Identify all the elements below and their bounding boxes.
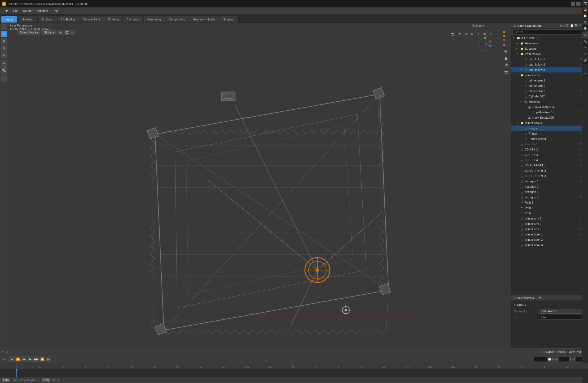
tab-scripting[interactable]: Scripting: [219, 16, 238, 23]
rotate-tool[interactable]: ↻: [1, 38, 7, 44]
tab-sculpting[interactable]: Sculpting: [38, 16, 57, 23]
gizmo-btn[interactable]: ⊕: [469, 31, 475, 37]
prev-keyframe-btn[interactable]: ⏪: [15, 356, 21, 362]
tree-item-modifiers[interactable]: ▼🔧Modifiers: [511, 99, 588, 104]
viewport-canvas[interactable]: [8, 23, 511, 348]
prop-edit-btn[interactable]: ○: [69, 30, 75, 35]
transform-tool[interactable]: ⊞: [1, 51, 7, 58]
tree-item-path-follow-1[interactable]: ⬡path follow 1👁📷: [511, 57, 588, 62]
menu-window[interactable]: Window: [35, 9, 50, 13]
shading-solid-btn[interactable]: ●: [475, 31, 481, 37]
hand-btn[interactable]: ✋: [503, 55, 509, 61]
properties-search-icon[interactable]: 🔍: [539, 296, 542, 299]
sort-icon[interactable]: ↕: [563, 24, 564, 27]
display-as-dropdown[interactable]: Plain Axes ▾: [539, 309, 586, 314]
tree-item-3d-support-2[interactable]: △3D SUPPORT 2👁📷: [511, 168, 588, 173]
jump-start-btn[interactable]: ⏮: [9, 356, 15, 362]
next-frame-btn[interactable]: ▶▶: [33, 356, 39, 362]
timeline-area[interactable]: 0102030405060708090100110120130140150160…: [0, 363, 588, 377]
tree-arrow-hexagons[interactable]: ▶: [516, 42, 520, 45]
tab-animation[interactable]: Animation: [123, 16, 143, 23]
move-tool[interactable]: ⊕: [1, 31, 7, 37]
tree-arrow-path-follow-3[interactable]: ▼: [520, 68, 524, 71]
tab-layout[interactable]: Layout: [1, 16, 17, 23]
frame-indicator[interactable]: ●: [2, 358, 6, 361]
shading-material-btn[interactable]: ◐: [482, 31, 488, 37]
tab-modeling[interactable]: Modeling: [18, 16, 37, 23]
next-keyframe-btn[interactable]: ⏩: [40, 356, 45, 362]
annotate-tool[interactable]: ✏: [1, 60, 7, 67]
jump-end-btn[interactable]: ⏭: [46, 356, 51, 362]
viewport-options[interactable]: Options ▾: [472, 24, 485, 27]
outliner-tree[interactable]: ▼📁3D PRINTER👁📷▶📁Hexagons👁📷▶📁Supports👁📷▼📁…: [511, 35, 588, 295]
tree-item-3d-hex-1[interactable]: △3D HEX 1👁📷: [511, 141, 588, 147]
tree-item-3d-hex-4[interactable]: △3D HEX 4👁📷: [511, 157, 588, 163]
menu-render[interactable]: Render: [21, 9, 35, 13]
prop-tab-world[interactable]: 🌍: [582, 25, 588, 32]
properties-nav-icon[interactable]: ›: [537, 296, 537, 299]
tree-item-printer-hook-1[interactable]: △printer hook 1👁📷: [511, 232, 588, 237]
tree-item-hexagon-4[interactable]: △hexagon 4👁📷: [511, 195, 588, 200]
tab-geometry-nodes[interactable]: Geometry Nodes: [189, 16, 219, 23]
play-btn[interactable]: ▶: [27, 356, 33, 362]
tree-item-path-1[interactable]: 〜Path 1: [511, 200, 588, 205]
restrict-col-icon[interactable]: 🔍: [575, 24, 578, 27]
tab-compositing[interactable]: Compositing: [165, 16, 189, 23]
tree-item-path-2[interactable]: 〜Path 2: [511, 205, 588, 210]
filter-icon[interactable]: ⊞: [559, 24, 562, 27]
prop-tab-physics[interactable]: ⚛: [582, 51, 588, 57]
tree-item-empty[interactable]: ◇Empty: [511, 126, 588, 131]
tree-item-3d-hex-3[interactable]: △3D HEX 3👁📷: [511, 152, 588, 157]
tree-item-printer-arm-1[interactable]: △printer arm 1👁📷: [511, 78, 588, 83]
maximize-button[interactable]: □: [576, 2, 581, 6]
tree-item-printer-hook-2[interactable]: △printer hook 2👁📷: [511, 237, 588, 242]
tree-item-3d-support-3[interactable]: △3D SUPPORT 3👁📷: [511, 173, 588, 179]
cursor-tool[interactable]: ✛: [1, 24, 7, 30]
tab-rendering[interactable]: Rendering: [144, 16, 165, 23]
scene-icon[interactable]: 🎬: [565, 24, 569, 27]
overlay-btn[interactable]: ⊙: [463, 31, 468, 37]
prop-tab-particles[interactable]: ✦: [582, 45, 588, 51]
prop-tab-scene[interactable]: 🎬: [582, 23, 588, 25]
viewport-3d[interactable]: User Perspective (1) 3D PRINTER | path f…: [8, 23, 511, 348]
tree-item-hexagons[interactable]: ▶📁Hexagons👁📷: [511, 41, 588, 46]
prop-tab-material[interactable]: ●: [582, 70, 588, 76]
tree-arrow-printer-arms[interactable]: ▼: [516, 74, 520, 76]
tree-item-printer-hooks[interactable]: ▼📁printer hooks👁📷: [511, 120, 588, 126]
tree-item-path-follow-2[interactable]: ⬡path follow 2👁📷: [511, 62, 588, 67]
tree-item-hexagon-1[interactable]: △hexagon 1👁📷: [511, 179, 588, 184]
current-frame-input[interactable]: 1: [534, 357, 547, 362]
prop-tab-object[interactable]: ◆: [582, 32, 588, 38]
scale-tool[interactable]: ⤡: [1, 45, 7, 51]
tree-item-cylinder-012[interactable]: △Cylinder.012👁📷: [511, 94, 588, 99]
tree-item-path-follow-3[interactable]: ▼⬡path follow 3👁📷: [511, 67, 588, 72]
view-btn[interactable]: 👁: [456, 31, 462, 37]
snap-btn[interactable]: 🧲: [64, 30, 69, 35]
empty-section-toggle[interactable]: ▼ Empty: [514, 302, 586, 308]
tree-item-printer-hook-3[interactable]: △printer hook 3👁📷: [511, 242, 588, 248]
tree-arrow-path-follows[interactable]: ▼: [516, 53, 520, 55]
measure-tool[interactable]: 📏: [1, 67, 7, 74]
tree-item-path-3[interactable]: 〜Path 3: [511, 210, 588, 216]
tree-arrow-supports[interactable]: ▶: [516, 47, 520, 50]
playback-menu[interactable]: Playback: [543, 350, 555, 353]
tree-item-3d-printer[interactable]: ▼📁3D PRINTER👁📷: [511, 35, 588, 41]
tree-item-3d-support-1[interactable]: △3D SUPPORT 1👁📷: [511, 163, 588, 168]
zoom-btn[interactable]: 🔎: [503, 62, 509, 68]
tree-item-3d-hex-2[interactable]: △3D HEX 2👁📷: [511, 147, 588, 152]
tab-uv-editing[interactable]: UV Editing: [58, 16, 79, 23]
visibility-icon[interactable]: 👁: [579, 24, 582, 27]
prev-frame-btn[interactable]: ◀: [21, 356, 27, 362]
search-btn[interactable]: 🔍: [503, 49, 509, 55]
menu-edit[interactable]: Edit: [11, 9, 20, 13]
tree-item-hook-empty-004[interactable]: ⚓Hook-Empty.004: [511, 104, 588, 110]
tree-item-printer[interactable]: △Printer👁📷: [511, 131, 588, 136]
viewport-shading[interactable]: Global ▾: [42, 30, 57, 35]
tree-item-printer-arm-2[interactable]: △printer arm 2👁📷: [511, 83, 588, 88]
tree-item-hook-empty-005[interactable]: ⚓Hook-Empty.005: [511, 115, 588, 120]
minimize-button[interactable]: ─: [571, 2, 575, 6]
tree-item-printer-arm-2b[interactable]: △printer arm 2👁📷: [511, 221, 588, 226]
search-input[interactable]: [513, 29, 586, 34]
view-layer-icon[interactable]: 📋: [570, 24, 574, 27]
shading-rendered-btn[interactable]: ○: [488, 31, 494, 37]
